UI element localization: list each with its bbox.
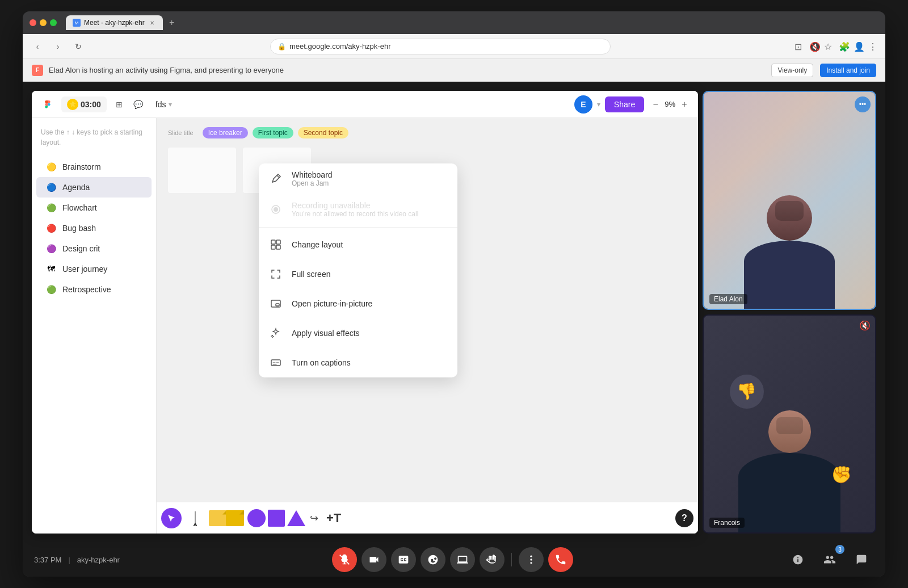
text-tool[interactable]: +T (326, 511, 341, 526)
address-bar[interactable]: 🔒 meet.google.com/aky-hzpk-ehr (270, 39, 611, 54)
present-button[interactable] (450, 547, 475, 572)
figma-logo-button[interactable] (39, 95, 57, 114)
menu-icon[interactable]: ⋮ (868, 41, 878, 52)
extensions-icon2[interactable]: 🧩 (839, 41, 849, 52)
recording-content: Recording unavailable You're not allowed… (292, 201, 418, 218)
share-button[interactable]: Share (605, 96, 644, 112)
left-panel: Use the ↑ ↓ keys to pick a starting layo… (32, 118, 157, 534)
pip-label: Open picture-in-picture (292, 299, 372, 308)
circle-shape (247, 509, 266, 527)
extensions-icon[interactable]: ⊡ (794, 41, 805, 52)
panel-item-userjourney[interactable]: 🗺 User journey (36, 259, 152, 279)
notification-bar: F Elad Alon is hosting an activity using… (23, 59, 885, 82)
second-topic-tag: Second topic (298, 127, 348, 138)
emoji-button[interactable] (421, 547, 445, 572)
captions-icon (268, 355, 284, 371)
camera-button[interactable] (361, 547, 386, 572)
panel-item-bugbash[interactable]: 🔴 Bug bash (36, 218, 152, 238)
avatar-dropdown-icon[interactable]: ▾ (597, 100, 600, 108)
shapes-tool[interactable]: ↪ (247, 509, 318, 527)
meeting-code: aky-hzpk-ehr (77, 556, 120, 564)
agenda-label: Agenda (62, 183, 90, 192)
refresh-button[interactable]: ↻ (70, 39, 86, 54)
active-tab[interactable]: M Meet - aky-hzpk-ehr ✕ (66, 15, 163, 30)
whiteboard-icon (268, 171, 284, 187)
leave-call-button[interactable] (548, 547, 573, 572)
bugbash-label: Bug bash (62, 224, 96, 233)
bookmark-icon[interactable]: ☆ (824, 41, 834, 52)
file-name: fds ▾ (155, 100, 172, 109)
tab-close-button[interactable]: ✕ (148, 19, 156, 27)
current-time: 3:37 PM (34, 556, 61, 564)
user-avatar[interactable]: E (574, 95, 592, 114)
more-options-button[interactable] (519, 547, 544, 572)
chat-button[interactable] (849, 547, 874, 572)
maximize-window-button[interactable] (50, 19, 57, 26)
url-text: meet.google.com/aky-hzpk-ehr (289, 42, 390, 51)
zoom-in-button[interactable]: + (678, 98, 691, 111)
menu-item-change-layout[interactable]: Change layout (259, 230, 457, 259)
arrow-shape: ↪ (310, 512, 318, 524)
panel-item-retrospective[interactable]: 🟢 Retrospective (36, 279, 152, 300)
cursor-tool[interactable] (161, 508, 182, 528)
brainstorm-label: Brainstorm (62, 162, 101, 171)
menu-item-fullscreen[interactable]: Full screen (259, 259, 457, 289)
retrospective-icon: 🟢 (45, 284, 57, 295)
menu-item-captions[interactable]: Turn on captions (259, 348, 457, 377)
menu-item-whiteboard[interactable]: Whiteboard Open a Jam (259, 163, 457, 194)
recording-sublabel: You're not allowed to record this video … (292, 210, 418, 218)
comment-button[interactable]: 💬 (131, 96, 146, 112)
toolbar-icons: ⊡ 🔇 ☆ 🧩 👤 ⋮ (794, 41, 878, 52)
video-name-elad: Elad Alon (709, 294, 747, 304)
panel-item-agenda[interactable]: 🔵 Agenda (36, 177, 152, 198)
mute-button[interactable] (332, 547, 357, 572)
zoom-out-button[interactable]: − (649, 98, 662, 111)
mute-tab-icon[interactable]: 🔇 (809, 41, 819, 52)
minimize-window-button[interactable] (40, 19, 47, 26)
raise-hand-button[interactable] (480, 547, 505, 572)
canvas-card-1 (168, 148, 236, 193)
menu-item-effects[interactable]: Apply visual effects (259, 318, 457, 348)
browser-titlebar: M Meet - aky-hzpk-ehr ✕ + (23, 11, 885, 34)
tab-favicon: M (73, 19, 81, 27)
timer-display: ⭐ 03:00 (61, 96, 107, 112)
canvas-area[interactable]: Slide title Ice breaker First topic Seco… (157, 118, 698, 534)
flowchart-icon: 🟢 (45, 202, 57, 213)
agenda-icon: 🔵 (45, 182, 57, 193)
effects-label: Apply visual effects (292, 329, 360, 338)
people-badge-container: 3 (817, 547, 842, 572)
menu-item-pip[interactable]: Open picture-in-picture (259, 289, 457, 318)
close-window-button[interactable] (30, 19, 36, 26)
zoom-controls: − 9% + (649, 98, 691, 111)
grid-view-button[interactable]: ⊞ (111, 96, 127, 112)
figma-toolbar: ⭐ 03:00 ⊞ 💬 fds ▾ E ▾ Share − (32, 91, 698, 118)
dropdown-arrow-icon[interactable]: ▾ (169, 100, 172, 108)
browser-window: M Meet - aky-hzpk-ehr ✕ + ‹ › ↻ 🔒 meet.g… (23, 11, 885, 577)
profile-icon[interactable]: 👤 (854, 41, 864, 52)
video-tile-francois: 👎 ✊ 🔇 Francois (703, 314, 876, 534)
change-layout-label: Change layout (292, 240, 343, 249)
video-options-button-elad[interactable]: ••• (855, 96, 871, 112)
view-only-button[interactable]: View-only (771, 64, 813, 77)
forward-button[interactable]: › (50, 39, 66, 54)
panel-item-designcrit[interactable]: 🟣 Design crit (36, 238, 152, 259)
ice-breaker-tag: Ice breaker (203, 127, 248, 138)
pen-tool[interactable] (185, 508, 205, 528)
back-button[interactable]: ‹ (30, 39, 45, 54)
panel-item-flowchart[interactable]: 🟢 Flowchart (36, 198, 152, 218)
figma-app: ⭐ 03:00 ⊞ 💬 fds ▾ E ▾ Share − (32, 91, 698, 534)
captions-button[interactable] (391, 547, 416, 572)
info-button[interactable] (785, 547, 810, 572)
help-button[interactable]: ? (675, 509, 693, 527)
new-tab-button[interactable]: + (165, 16, 179, 30)
svg-point-1 (274, 207, 278, 212)
figma-notification-icon: F (32, 65, 43, 76)
bottom-bar-center (120, 547, 785, 572)
effects-icon (268, 325, 284, 341)
svg-rect-4 (271, 245, 275, 249)
svg-rect-2 (271, 240, 275, 244)
fullscreen-label: Full screen (292, 270, 330, 279)
sticky-note-tool[interactable] (209, 510, 244, 526)
panel-item-brainstorm[interactable]: 🟡 Brainstorm (36, 157, 152, 177)
install-join-button[interactable]: Install and join (820, 64, 876, 77)
